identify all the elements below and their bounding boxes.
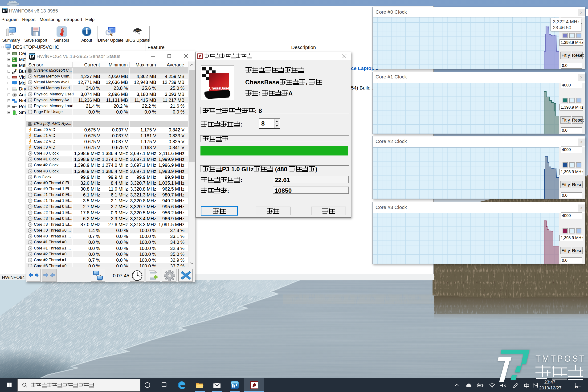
svg-text:4: 4	[576, 386, 577, 388]
svg-text:TMTPOST: TMTPOST	[536, 354, 586, 364]
svg-text:ChessBase: ChessBase	[209, 86, 229, 90]
